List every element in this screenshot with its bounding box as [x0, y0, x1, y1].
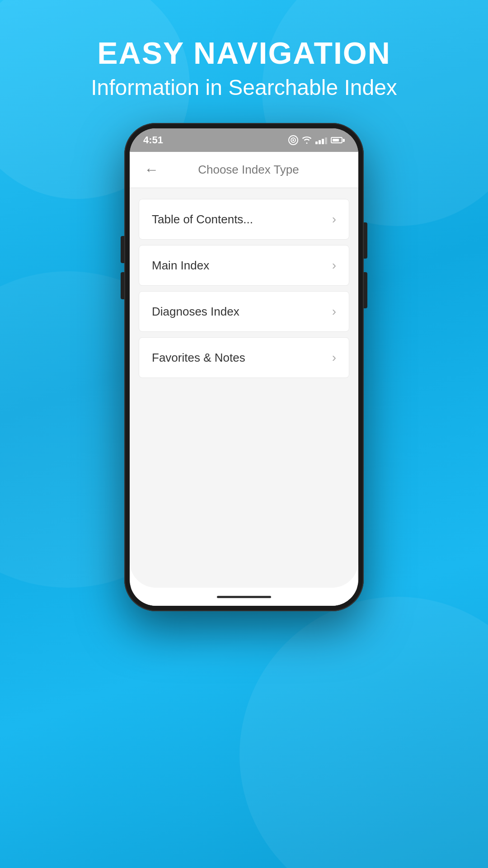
chevron-right-icon: › — [332, 212, 336, 226]
menu-item-diagnoses-index[interactable]: Diagnoses Index › — [139, 291, 349, 332]
status-time: 4:51 — [143, 134, 163, 146]
home-indicator — [130, 588, 358, 606]
menu-item-label: Diagnoses Index — [152, 305, 239, 319]
status-bar: 4:51 — [130, 128, 358, 152]
volume-button-1 — [121, 236, 124, 263]
chevron-right-icon: › — [332, 350, 336, 365]
menu-item-label: Table of Contents... — [152, 212, 253, 226]
top-bar: ← Choose Index Type — [130, 152, 358, 188]
battery-icon — [331, 137, 345, 143]
menu-item-favorites-notes[interactable]: Favorites & Notes › — [139, 337, 349, 378]
menu-item-label: Favorites & Notes — [152, 351, 245, 365]
signal-icon — [315, 136, 327, 144]
back-button[interactable]: ← — [141, 159, 162, 181]
phone-container: 4:51 — [0, 123, 488, 611]
notification-icon — [288, 135, 298, 145]
menu-item-table-of-contents[interactable]: Table of Contents... › — [139, 199, 349, 240]
chevron-right-icon: › — [332, 258, 336, 273]
status-icons — [288, 135, 345, 145]
phone-mockup: 4:51 — [124, 123, 364, 611]
menu-item-label: Main Index — [152, 259, 209, 273]
svg-point-1 — [292, 139, 294, 141]
header-subtitle: Information in Searchable Index — [0, 75, 488, 101]
menu-list: Table of Contents... › Main Index › Diag… — [130, 188, 358, 389]
header-title: EASY NAVIGATION — [0, 36, 488, 70]
header-area: EASY NAVIGATION Information in Searchabl… — [0, 0, 488, 123]
back-arrow-icon: ← — [144, 161, 159, 178]
home-bar — [217, 596, 271, 598]
wifi-icon — [302, 137, 312, 144]
volume-button-2 — [121, 272, 124, 299]
chevron-right-icon: › — [332, 304, 336, 319]
app-content: ← Choose Index Type Table of Contents...… — [130, 152, 358, 588]
page-title: Choose Index Type — [171, 163, 326, 177]
menu-item-main-index[interactable]: Main Index › — [139, 245, 349, 286]
phone-screen: 4:51 — [130, 128, 358, 606]
